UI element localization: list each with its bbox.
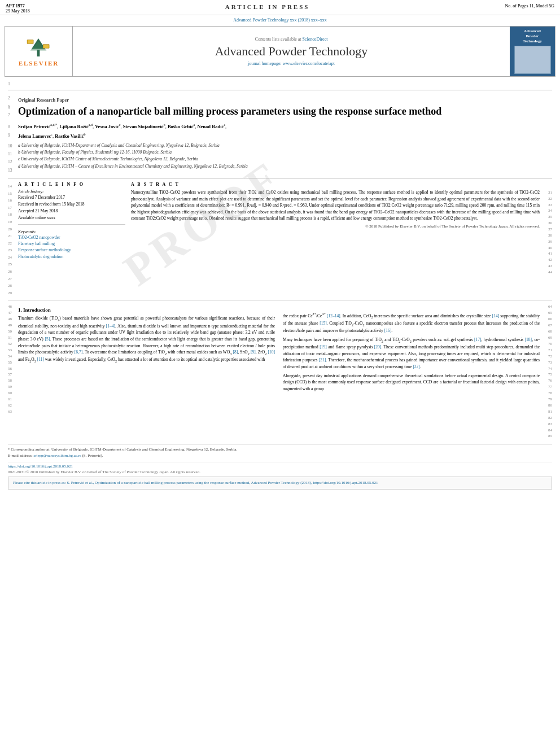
info-divider [18,224,125,225]
body-col-right: the redox pair Ce3+/Ce4+ [12–14]. In add… [283,304,540,439]
ref-1-4: [1–4] [106,324,115,329]
divider-top [8,90,552,90]
author-jovic: Vesna Jović [95,124,119,129]
body-columns: 1. Introduction Titanium dioxide (TiO2) … [18,304,540,439]
apt-logo-title: AdvancedPowderTechnology [514,29,551,44]
intro-para2: the redox pair Ce3+/Ce4+ [12–14]. In add… [283,312,540,334]
line-nums-abstract-right: 3132333435363738394041424344 [540,182,552,297]
received-date: Received 7 December 2017 [18,194,125,201]
body-section: 464748495051525354555657585960616263 1. … [8,304,552,439]
keywords-label: Keywords: [18,229,125,234]
info-abstract-wrapper: 14151617181920212223242526272829 A R T I… [8,182,552,297]
author-vasilic: Rastko Vasilić [55,133,84,139]
ref-5: [5] [45,337,50,342]
history-label-text: Article history: [18,189,44,194]
apt-ref: APT 1977 [6,3,30,8]
elsevier-logo: ELSEVIER [19,36,59,67]
intro-para1: Titanium dioxide (TiO2) based materials … [18,315,275,364]
footnote-email: E-mail address: srlepp@nanosys.ihtm.bg.a… [8,453,552,459]
affiliation-c: c University of Belgrade, IChTM-Centre o… [18,156,552,162]
author-stojadinovic: Stevan Stojadinović [123,124,164,129]
keyword-2: Planetary ball milling [18,241,125,247]
issn-section: 0921-8831/© 2018 Published by Elsevier B… [8,470,552,474]
ref-16: [16] [384,328,392,333]
affiliations-section: 10 11 12 13 a University of Belgrade, IC… [8,142,552,174]
svg-rect-7 [43,45,49,48]
authors-line1: Srdjan Petrovića,d,*, Ljiljana Rožića,d,… [18,123,552,130]
ref-9: [9] [251,350,256,355]
journal-homepage: journal homepage: www.elsevier.com/locat… [248,61,335,66]
divider-after-abstract [8,300,552,300]
ref-20: [20] [374,344,382,350]
apt-cover-image [514,46,551,74]
apt-logo: AdvancedPowderTechnology [514,29,551,74]
line-nums-body-right: 6465666768697071727374757677787980818283… [540,304,552,439]
intro-para3: Many techniques have been applied for pr… [283,337,540,370]
affiliations-list: a University of Belgrade, IChTM-Departme… [18,142,552,174]
footnote-email-name: (S. Petrović). [81,453,103,458]
ref-22: [22] [413,364,420,369]
keywords-section: Keywords: TiO2-CeO2 nanopowder Planetary… [18,229,125,260]
ref-11: [11] [37,357,44,362]
footnote-star: * Corresponding author at: University of… [8,447,552,453]
ref-21: [21] [319,357,326,362]
doi-link[interactable]: https://doi.org/10.1016/j.apt.2018.05.02… [8,464,73,469]
keyword-1: TiO2-CeO2 nanopowder [18,234,125,241]
title-area: Original Research Paper Optimization of … [18,94,552,123]
top-bar-right: No. of Pages 11, Model 5G [505,3,554,8]
ref-12-14: [12–14] [327,313,340,318]
revised-date: Received in revised form 15 May 2018 [18,201,125,208]
ref-15: [15] [320,321,327,326]
article-info-label: A R T I C L E I N F O [18,182,125,187]
elsevier-section: ELSEVIER [5,27,73,76]
citation-text: Please cite this article in press as: S.… [13,480,312,485]
svg-rect-1 [37,50,40,56]
sciencedirect-link[interactable]: ScienceDirect [303,37,328,42]
author-grbic: Boško Grbić [168,124,194,129]
right-col-spacer [283,304,540,312]
available-date: Available online xxxx [18,215,125,221]
main-content: 1 2 § 7 Original Research Paper Optimiza… [0,79,560,490]
journal-title: Advanced Powder Technology [215,44,368,59]
science-direct-text: Contents lists available at ScienceDirec… [255,37,328,42]
article-type: Original Research Paper [18,97,552,103]
ref-8: [8] [233,350,238,355]
line-nums-header: 2 § 7 [8,94,18,123]
history-label: Article history: [18,189,125,194]
footnote-section: * Corresponding author at: University of… [8,444,552,458]
author-rozic: Ljiljana Rožić [59,124,89,129]
article-title: Optimization of a nanoparticle ball mill… [18,105,552,118]
footnote-email-link[interactable]: srlepp@nanosys.ihtm.bg.ac.rs [34,453,81,458]
affiliation-b: b University of Belgrade, Faculty of Phy… [18,149,552,155]
line-nums-affiliations: 10 11 12 13 [8,142,18,174]
page-number-1: 1 [8,81,18,86]
homepage-url[interactable]: www.elsevier.com/locate/apt [283,61,335,66]
line-nums-body-left: 464748495051525354555657585960616263 [8,304,18,439]
journal-header: ELSEVIER Contents lists available at Sci… [5,26,555,77]
line-nums-authors: 8 9 [8,123,18,142]
header-section: 2 § 7 Original Research Paper Optimizati… [8,94,552,123]
abstract-text: Nanocrystalline TiO2–CeO2 powders were s… [131,189,540,222]
ref-18: [18] [525,337,532,342]
apt-logo-section: AdvancedPowderTechnology [510,27,555,76]
ref-6-7: [6,7] [75,350,82,355]
author-radic: Nenad Radić [197,124,224,129]
copyright-text: © 2018 Published by Elsevier B.V. on beh… [131,224,540,229]
author-lamovec: Jelena Lamovec [18,133,51,139]
svg-rect-5 [28,40,33,43]
citation-doi-link[interactable]: https://doi.org/10.1016/j.apt.2018.05.02… [313,480,378,485]
ref-19: [19] [320,344,327,350]
journal-link: Advanced Powder Technology xxx (2018) xx… [0,15,560,24]
authors-section: 8 9 Srdjan Petrovića,d,*, Ljiljana Rožić… [8,123,552,142]
affiliation-list: a University of Belgrade, IChTM-Departme… [18,142,552,169]
accepted-date: Accepted 21 May 2018 [18,208,125,215]
elsevier-text: ELSEVIER [19,60,59,67]
elsevier-tree-icon [24,36,53,59]
homepage-label: journal homepage: [248,61,282,66]
article-in-press-banner: ARTICLE IN PRESS [30,3,505,10]
abstract-column: A B S T R A C T Nanocrystalline TiO2–CeO… [131,182,540,297]
keyword-4: Photocatalytic degradation [18,254,125,260]
affiliation-d: d University of Belgrade, IChTM – Centre… [18,163,552,169]
authors-list: Srdjan Petrovića,d,*, Ljiljana Rožića,d,… [18,123,552,142]
ref-17: [17] [474,337,482,342]
